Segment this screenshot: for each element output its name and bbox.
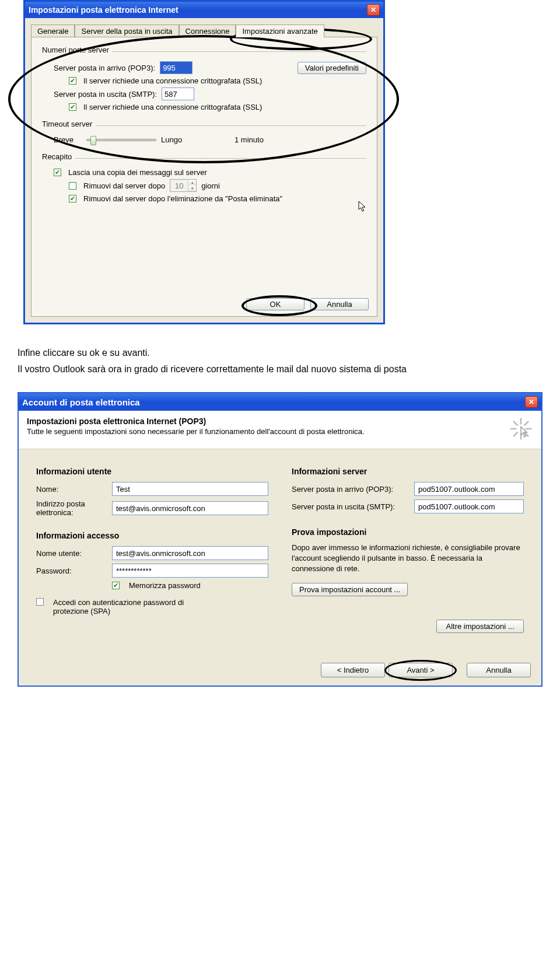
password-label: Password: bbox=[36, 567, 106, 575]
remove-after-label: Rimuovi dal server dopo bbox=[83, 181, 165, 190]
remove-after-days-spinner[interactable]: ▲▼ bbox=[170, 179, 197, 192]
incoming-port-label: Server posta in arrivo (POP3): bbox=[54, 64, 155, 72]
username-input[interactable] bbox=[112, 546, 268, 560]
timeout-slider[interactable] bbox=[86, 139, 156, 141]
defaults-button[interactable]: Valori predefiniti bbox=[298, 62, 366, 74]
outgoing-server-input[interactable] bbox=[414, 499, 524, 513]
spinner-up-icon[interactable]: ▲ bbox=[188, 180, 196, 186]
more-settings-button[interactable]: Altre impostazioni ... bbox=[436, 620, 524, 633]
outgoing-server-label: Server posta in uscita (SMTP): bbox=[292, 502, 408, 511]
access-info-heading: Informazioni accesso bbox=[36, 531, 268, 540]
test-settings-heading: Prova impostazioni bbox=[292, 527, 524, 537]
outgoing-port-input[interactable] bbox=[162, 88, 194, 100]
spa-checkbox[interactable]: ✔ bbox=[36, 598, 44, 606]
dialog2-header: Impostazioni posta elettronica Internet … bbox=[19, 411, 541, 449]
test-account-button[interactable]: Prova impostazioni account ... bbox=[292, 583, 408, 596]
remove-after-value bbox=[170, 180, 188, 191]
advanced-tab-panel: Numeri porte server Server posta in arri… bbox=[31, 37, 377, 317]
tab-outgoing-server[interactable]: Server della posta in uscita bbox=[75, 25, 178, 37]
close-button[interactable]: ✕ bbox=[367, 4, 380, 16]
email-label: Indirizzo posta elettronica: bbox=[36, 499, 106, 517]
ssl-outgoing-label: Il server richiede una connessione critt… bbox=[83, 103, 262, 111]
user-info-heading: Informazioni utente bbox=[36, 467, 268, 476]
incoming-port-input[interactable] bbox=[160, 61, 192, 74]
remove-after-days-label: giorni bbox=[201, 181, 220, 190]
spinner-down-icon[interactable]: ▼ bbox=[188, 186, 196, 191]
dialog2-header-subtitle: Tutte le seguenti impostazioni sono nece… bbox=[27, 427, 365, 436]
timeout-value: 1 minuto bbox=[235, 135, 264, 144]
dialog1-titlebar: Impostazioni posta elettronica Internet … bbox=[25, 2, 383, 18]
server-info-heading: Informazioni server bbox=[292, 467, 524, 476]
timeout-short-label: Breve bbox=[54, 135, 82, 144]
dialog1-title: Impostazioni posta elettronica Internet bbox=[29, 5, 178, 15]
ssl-outgoing-checkbox[interactable]: ✔ bbox=[69, 103, 76, 111]
timeout-group-label: Timeout server bbox=[42, 120, 92, 128]
tab-general[interactable]: Generale bbox=[31, 25, 75, 37]
dialog2-title: Account di posta elettronica bbox=[22, 397, 140, 407]
dialog2-header-title: Impostazioni posta elettronica Internet … bbox=[27, 417, 365, 426]
tabs-row: Generale Server della posta in uscita Co… bbox=[31, 24, 377, 37]
dialog2-titlebar: Account di posta elettronica ✕ bbox=[19, 393, 541, 411]
star-cursor-icon bbox=[509, 417, 533, 443]
password-input[interactable] bbox=[112, 564, 268, 578]
test-settings-text: Dopo aver immesso le informazioni richie… bbox=[292, 543, 524, 575]
timeout-long-label: Lungo bbox=[161, 135, 202, 144]
tab-connection[interactable]: Connessione bbox=[179, 25, 236, 37]
email-input[interactable] bbox=[112, 501, 268, 515]
spa-label: Accedi con autenticazione password di pr… bbox=[53, 598, 216, 616]
close-button[interactable]: ✕ bbox=[525, 396, 538, 408]
ssl-incoming-checkbox[interactable]: ✔ bbox=[69, 77, 76, 85]
outgoing-port-label: Server posta in uscita (SMTP): bbox=[54, 90, 157, 99]
remember-password-label: Memorizza password bbox=[129, 581, 201, 590]
name-input[interactable] bbox=[112, 482, 268, 496]
cancel-button[interactable]: Annulla bbox=[310, 298, 369, 310]
incoming-server-input[interactable] bbox=[414, 482, 524, 496]
incoming-server-label: Server posta in arrivo (POP3): bbox=[292, 485, 408, 494]
next-button[interactable]: Avanti > bbox=[388, 663, 453, 677]
advanced-settings-dialog: Impostazioni posta elettronica Internet … bbox=[23, 0, 385, 324]
remember-password-checkbox[interactable]: ✔ bbox=[112, 582, 120, 589]
remove-on-delete-label: Rimuovi dal server dopo l'eliminazione d… bbox=[83, 194, 282, 203]
tab-advanced[interactable]: Impostazioni avanzate bbox=[236, 25, 324, 37]
ssl-incoming-label: Il server richiede una connessione critt… bbox=[83, 76, 262, 85]
cancel-button-2[interactable]: Annulla bbox=[467, 663, 531, 677]
leave-copy-checkbox[interactable]: ✔ bbox=[54, 169, 61, 176]
leave-copy-label: Lascia una copia dei messaggi sul server bbox=[68, 168, 207, 177]
ok-button[interactable]: OK bbox=[246, 298, 304, 310]
back-button[interactable]: < Indietro bbox=[321, 663, 385, 677]
instruction-text-2: Il vostro Outlook sarà ora in grado di r… bbox=[18, 364, 542, 375]
instruction-text-1: Infine cliccare su ok e su avanti. bbox=[18, 348, 542, 358]
email-account-dialog: Account di posta elettronica ✕ Impostazi… bbox=[18, 392, 542, 687]
name-label: Nome: bbox=[36, 485, 106, 494]
remove-after-checkbox[interactable]: ✔ bbox=[69, 182, 76, 190]
remove-on-delete-checkbox[interactable]: ✔ bbox=[69, 195, 76, 202]
username-label: Nome utente: bbox=[36, 549, 106, 558]
delivery-group-label: Recapito bbox=[42, 152, 72, 161]
ports-group-label: Numeri porte server bbox=[42, 46, 109, 54]
